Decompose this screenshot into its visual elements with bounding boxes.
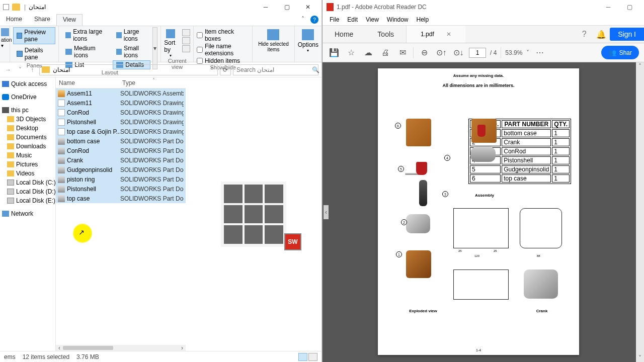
search-input[interactable] (236, 66, 312, 73)
nav-back-button[interactable]: → (3, 65, 13, 75)
preview-pane-button[interactable]: Preview pane (13, 27, 55, 44)
file-row[interactable]: top caseSOLIDWORKS Part Docume (56, 194, 186, 203)
tab-tools[interactable]: Tools (365, 26, 406, 43)
nav-pane-icon[interactable] (1, 28, 9, 36)
file-row[interactable]: ConRodSOLIDWORKS Part Docume (56, 146, 186, 155)
refresh-button[interactable]: ⟳ (220, 64, 231, 75)
file-name: top case (67, 195, 120, 202)
file-row[interactable]: Assem11SOLIDWORKS Assembly Do (56, 88, 186, 98)
maximize-button[interactable]: ▢ (276, 0, 297, 14)
help-icon[interactable]: ? (576, 26, 593, 43)
file-row[interactable]: CrankSOLIDWORKS Part Docume (56, 155, 186, 165)
add-columns-button[interactable] (182, 37, 190, 44)
column-type[interactable]: Type˄ (119, 79, 186, 86)
close-button[interactable]: ✕ (297, 0, 318, 14)
search-box[interactable]: 🔍 (233, 64, 318, 75)
size-columns-button[interactable] (182, 45, 190, 52)
search-icon[interactable]: 🔍 (312, 66, 319, 73)
file-row[interactable]: GudgeonpinsolidSOLIDWORKS Part Docume (56, 165, 186, 174)
layout-lg-icons[interactable]: Large icons (113, 27, 150, 43)
navigation-pane[interactable]: Quick access OneDrive this pc 3D Objects… (0, 77, 55, 351)
address-dropdown[interactable]: ˅ (208, 66, 215, 73)
zoom-dropdown[interactable]: ˅ (526, 49, 529, 56)
file-type: SOLIDWORKS Part Docume (120, 138, 184, 145)
minimize-button[interactable]: ─ (255, 0, 276, 14)
zoom-out-button[interactable]: ⊖ (418, 46, 431, 59)
group-by-button[interactable] (182, 29, 190, 36)
sign-in-button[interactable]: Sign I (610, 28, 644, 41)
nav-music[interactable]: Music (0, 151, 55, 160)
nav-documents[interactable]: Documents (0, 133, 55, 142)
nav-pictures[interactable]: Pictures (0, 160, 55, 169)
layout-xl-icons[interactable]: Extra large icons (62, 27, 111, 43)
tab-view[interactable]: View (56, 14, 83, 26)
nav-3d-objects[interactable]: 3D Objects (0, 115, 55, 124)
notifications-icon[interactable]: 🔔 (593, 26, 610, 43)
file-row[interactable]: Assem11SOLIDWORKS Drawing Do (56, 98, 186, 108)
file-extensions-toggle[interactable]: File name extensions (197, 43, 249, 57)
sort-by-button[interactable]: Sort by▾ (164, 29, 177, 58)
minimize-button[interactable]: ─ (598, 0, 619, 14)
details-pane-button[interactable]: Details pane (13, 45, 55, 62)
document-area[interactable]: ‹ ˄˅ Assume any missing data. All dimens… (323, 62, 644, 362)
file-row[interactable]: piston ringSOLIDWORKS Part Docume (56, 174, 186, 184)
nav-local-disk-e[interactable]: Local Disk (E:) (0, 196, 55, 205)
nav-onedrive[interactable]: OneDrive (0, 93, 55, 102)
nav-local-disk-c[interactable]: Local Disk (C:) (0, 178, 55, 187)
tab-document[interactable]: 1.pdf ✕ (406, 26, 465, 43)
share-button[interactable]: 👥 Shar (601, 46, 639, 59)
nav-history-dropdown[interactable]: ˅ (15, 65, 25, 75)
hide-selected-button[interactable]: Hide selected items (256, 27, 291, 52)
page-up-button[interactable]: ⊙↑ (435, 46, 448, 59)
menu-view[interactable]: View (363, 15, 382, 24)
layout-md-icons[interactable]: Medium icons (62, 44, 111, 60)
more-tools-button[interactable]: ⋯ (533, 46, 546, 59)
star-button[interactable]: ☆ (345, 46, 358, 59)
file-row[interactable]: PistonshellSOLIDWORKS Part Docume (56, 184, 186, 194)
nav-videos[interactable]: Videos (0, 169, 55, 178)
menu-edit[interactable]: Edit (344, 15, 361, 24)
nav-desktop[interactable]: Desktop (0, 124, 55, 133)
options-button[interactable]: Options ▾ (298, 27, 318, 53)
tab-share[interactable]: Share (28, 14, 56, 26)
tab-home[interactable]: Home (323, 26, 365, 43)
help-icon[interactable]: ? (310, 16, 318, 24)
save-button[interactable]: 💾 (328, 46, 341, 59)
vertical-scrollbar[interactable]: ˄˅ (636, 62, 644, 362)
nav-up-button[interactable]: ↑ (27, 65, 37, 75)
print-button[interactable]: 🖨 (379, 46, 392, 59)
ribbon-collapse-button[interactable]: ˄ (298, 14, 307, 26)
prev-page-button[interactable]: ‹ (324, 205, 329, 219)
menu-file[interactable]: File (327, 15, 342, 24)
acrobat-titlebar[interactable]: 1.pdf - Adobe Acrobat Reader DC ─ ▢ (323, 0, 644, 14)
file-row[interactable]: ConRodSOLIDWORKS Drawing Do (56, 108, 186, 117)
preview-thumbnail (221, 182, 286, 247)
close-tab-button[interactable]: ✕ (446, 31, 451, 38)
view-details-button[interactable] (298, 353, 307, 361)
nav-quick-access[interactable]: Quick access (0, 79, 55, 88)
address-field[interactable]: امتحان ˅ (39, 64, 218, 75)
explorer-titlebar[interactable]: | امتحان ─ ▢ ✕ (0, 0, 321, 14)
nav-local-disk-d[interactable]: Local Disk (D:) (0, 187, 55, 196)
menu-window[interactable]: Window (384, 15, 412, 24)
nav-downloads[interactable]: Downloads (0, 142, 55, 151)
item-checkboxes-toggle[interactable]: Item check boxes (197, 28, 249, 42)
zoom-level[interactable]: 53.9% (505, 49, 522, 56)
page-down-button[interactable]: ⊙↓ (452, 46, 465, 59)
view-thumbnails-button[interactable] (308, 353, 317, 361)
nav-network[interactable]: Network (0, 209, 55, 218)
column-name[interactable]: Name (56, 79, 119, 86)
file-row[interactable]: bottom caseSOLIDWORKS Part Docume (56, 136, 186, 146)
tab-home[interactable]: Home (0, 14, 28, 26)
menu-help[interactable]: Help (414, 15, 432, 24)
horizontal-scrollbar[interactable]: ‹› (56, 345, 186, 351)
file-row[interactable]: PistonshellSOLIDWORKS Drawing Do (56, 117, 186, 127)
maximize-button[interactable]: ▢ (619, 0, 640, 14)
page-number-input[interactable] (469, 48, 486, 58)
file-row[interactable]: top case & Gojin P...SOLIDWORKS Drawing … (56, 127, 186, 136)
email-button[interactable]: ✉ (396, 46, 409, 59)
cloud-button[interactable]: ☁ (362, 46, 375, 59)
nav-this-pc[interactable]: this pc (0, 106, 55, 115)
layout-sm-icons[interactable]: Small icons (113, 44, 150, 60)
file-type: SOLIDWORKS Part Docume (120, 186, 184, 193)
